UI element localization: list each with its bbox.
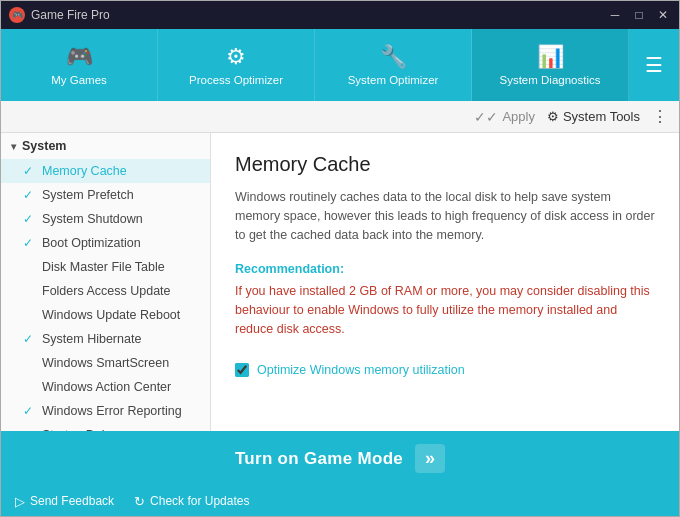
close-button[interactable]: ✕ xyxy=(655,8,671,22)
maximize-button[interactable]: □ xyxy=(631,8,647,22)
system-tools-label: System Tools xyxy=(563,109,640,124)
sidebar-item[interactable]: ✓Windows Error Reporting xyxy=(1,399,210,423)
nav-tabs: 🎮 My Games ⚙ Process Optimizer 🔧 System … xyxy=(1,29,679,101)
my-games-icon: 🎮 xyxy=(66,44,93,70)
content-area: Memory Cache Windows routinely caches da… xyxy=(211,133,679,431)
status-bar: ▷ Send Feedback ↻ Check for Updates xyxy=(1,486,679,516)
sidebar: ▾ System ✓Memory Cache✓System Prefetch✓S… xyxy=(1,133,211,431)
send-feedback-icon: ▷ xyxy=(15,494,25,509)
check-updates-button[interactable]: ↻ Check for Updates xyxy=(134,494,249,509)
checkmark-icon: ✓ xyxy=(23,188,37,202)
toolbar: ✓✓ Apply ⚙ System Tools ⋮ xyxy=(1,101,679,133)
tab-system-diagnostics-label: System Diagnostics xyxy=(500,74,601,86)
content-title: Memory Cache xyxy=(235,153,655,176)
gear-icon: ⚙ xyxy=(547,109,559,124)
sidebar-section-system[interactable]: ▾ System xyxy=(1,133,210,159)
checkmark-icon: ✓ xyxy=(23,164,37,178)
sidebar-items-list: ✓Memory Cache✓System Prefetch✓System Shu… xyxy=(1,159,210,431)
app-title: Game Fire Pro xyxy=(31,8,607,22)
game-mode-button[interactable]: Turn on Game Mode » xyxy=(235,444,445,473)
checkmark-icon: ✓ xyxy=(23,332,37,346)
sidebar-item[interactable]: Windows Update Reboot xyxy=(1,303,210,327)
sidebar-item[interactable]: Disk Master File Table xyxy=(1,255,210,279)
sidebar-item[interactable]: Windows Action Center xyxy=(1,375,210,399)
sidebar-item[interactable]: Folders Access Update xyxy=(1,279,210,303)
apply-button[interactable]: ✓✓ Apply xyxy=(474,109,535,125)
system-optimizer-icon: 🔧 xyxy=(380,44,407,70)
optimize-checkbox[interactable]: Optimize Windows memory utilization xyxy=(235,363,655,377)
refresh-icon: ↻ xyxy=(134,494,145,509)
apply-check-icon: ✓✓ xyxy=(474,109,498,125)
titlebar: 🎮 Game Fire Pro ─ □ ✕ xyxy=(1,1,679,29)
system-tools-button[interactable]: ⚙ System Tools xyxy=(547,109,640,124)
window-controls: ─ □ ✕ xyxy=(607,8,671,22)
tab-system-optimizer-label: System Optimizer xyxy=(348,74,439,86)
more-options-button[interactable]: ⋮ xyxy=(652,107,669,126)
recommendation-text: If you have installed 2 GB of RAM or mor… xyxy=(235,282,655,338)
system-diagnostics-icon: 📊 xyxy=(537,44,564,70)
content-description: Windows routinely caches data to the loc… xyxy=(235,188,655,244)
sidebar-item[interactable]: ✓System Shutdown xyxy=(1,207,210,231)
sidebar-section-label: System xyxy=(22,139,66,153)
process-optimizer-icon: ⚙ xyxy=(226,44,246,70)
optimize-checkbox-input[interactable] xyxy=(235,363,249,377)
main-content: ▾ System ✓Memory Cache✓System Prefetch✓S… xyxy=(1,133,679,431)
send-feedback-label: Send Feedback xyxy=(30,494,114,508)
sidebar-item[interactable]: ✓System Hibernate xyxy=(1,327,210,351)
app-window: 🎮 Game Fire Pro ─ □ ✕ 🎮 My Games ⚙ Proce… xyxy=(0,0,680,517)
game-mode-label: Turn on Game Mode xyxy=(235,449,403,469)
chevron-down-icon: ▾ xyxy=(11,141,16,152)
sidebar-item[interactable]: ✓Memory Cache xyxy=(1,159,210,183)
sidebar-item[interactable]: ✓Boot Optimization xyxy=(1,231,210,255)
app-icon: 🎮 xyxy=(9,7,25,23)
apply-label: Apply xyxy=(502,109,535,124)
game-mode-arrow-icon: » xyxy=(415,444,445,473)
hamburger-menu[interactable]: ☰ xyxy=(629,29,679,101)
tab-system-optimizer[interactable]: 🔧 System Optimizer xyxy=(315,29,472,101)
sidebar-item[interactable]: ✓System Prefetch xyxy=(1,183,210,207)
tab-process-optimizer-label: Process Optimizer xyxy=(189,74,283,86)
minimize-button[interactable]: ─ xyxy=(607,8,623,22)
tab-my-games-label: My Games xyxy=(51,74,107,86)
recommendation-label: Recommendation: xyxy=(235,262,655,276)
sidebar-item[interactable]: Windows SmartScreen xyxy=(1,351,210,375)
hamburger-icon: ☰ xyxy=(645,53,663,77)
checkmark-icon: ✓ xyxy=(23,236,37,250)
checkmark-icon: ✓ xyxy=(23,404,37,418)
tab-my-games[interactable]: 🎮 My Games xyxy=(1,29,158,101)
sidebar-item[interactable]: ✓Startup Delay xyxy=(1,423,210,431)
send-feedback-button[interactable]: ▷ Send Feedback xyxy=(15,494,114,509)
check-updates-label: Check for Updates xyxy=(150,494,249,508)
game-mode-bar[interactable]: Turn on Game Mode » xyxy=(1,431,679,486)
tab-process-optimizer[interactable]: ⚙ Process Optimizer xyxy=(158,29,315,101)
optimize-checkbox-label: Optimize Windows memory utilization xyxy=(257,363,465,377)
tab-system-diagnostics[interactable]: 📊 System Diagnostics xyxy=(472,29,629,101)
checkmark-icon: ✓ xyxy=(23,212,37,226)
